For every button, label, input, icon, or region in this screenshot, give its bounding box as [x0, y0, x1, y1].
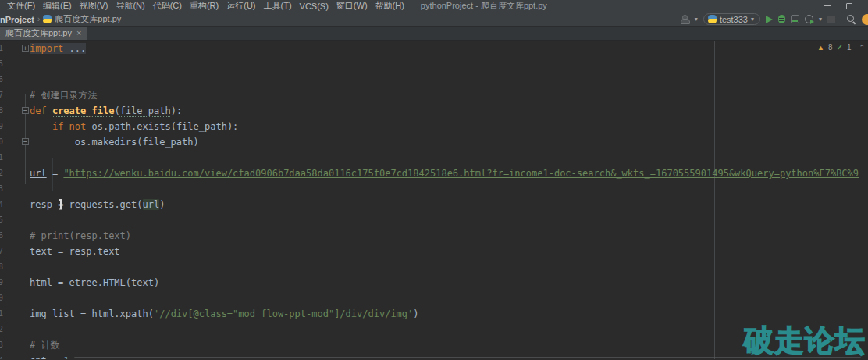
code-line[interactable]: 8−def create_file(file_path):	[0, 103, 868, 119]
code-token: =	[58, 197, 63, 212]
tab-file[interactable]: 爬百度文库ppt.py ×	[0, 26, 87, 40]
horizontal-scrollbar[interactable]	[74, 357, 861, 358]
code-line[interactable]: 11	[0, 150, 868, 166]
code-text: text = resp.text	[30, 244, 868, 259]
fold-expand-icon[interactable]: +	[22, 45, 29, 52]
gutter-fold-column	[5, 244, 30, 259]
menu-vcs[interactable]: VCS(S)	[296, 2, 333, 11]
watermark-text: 破走论坛	[744, 321, 866, 359]
code-text: img_list = html.xpath('//div[@class="mod…	[30, 306, 868, 322]
code-line[interactable]: 20	[0, 290, 868, 306]
code-line[interactable]: 9 if not os.path.exists(file_path):	[0, 119, 868, 134]
menu-run[interactable]: 运行(U)	[222, 0, 259, 12]
restore-button[interactable]	[838, 0, 860, 12]
navigation-bar: nProject › 爬百度文库ppt.py ▾ test333 ▾ ▾	[0, 12, 868, 27]
gutter-fold-column	[5, 166, 30, 181]
code-token: ...	[63, 43, 86, 54]
code-editor[interactable]: 1+import ...567# 创建目录方法8−def create_file…	[0, 41, 868, 359]
tab-label: 爬百度文库ppt.py	[5, 27, 72, 39]
code-text	[30, 181, 868, 197]
code-line[interactable]: 18	[0, 259, 868, 275]
profiler-dropdown-icon[interactable]: ▾	[819, 16, 822, 23]
code-line[interactable]: 21img_list = html.xpath('//div[@class="m…	[0, 306, 868, 322]
menu-code[interactable]: 代码(C)	[149, 0, 186, 12]
code-token: html = etree.HTML(text)	[30, 277, 159, 288]
run-with-coverage-button[interactable]	[791, 15, 799, 23]
editor-tab-bar: 爬百度文库ppt.py ×	[0, 27, 868, 41]
code-text	[30, 322, 868, 337]
code-line[interactable]: 6	[0, 72, 868, 87]
code-token: # 计数	[30, 340, 59, 351]
gutter-fold-column	[5, 306, 30, 322]
typo-ok-icon: ✓	[837, 43, 843, 52]
code-line[interactable]: 16# print(resp.text)	[0, 228, 868, 244]
code-line[interactable]: 15	[0, 212, 868, 228]
menu-tools[interactable]: 工具(T)	[260, 0, 296, 12]
menu-window[interactable]: 窗口(W)	[333, 0, 372, 12]
menu-edit[interactable]: 编辑(E)	[39, 0, 76, 12]
tab-close-icon[interactable]: ×	[76, 29, 81, 37]
gutter-fold-column	[5, 275, 30, 290]
menu-help[interactable]: 帮助(H)	[372, 0, 408, 12]
inspections-widget[interactable]: ▲ 8 ✓ 1 ⌃	[817, 43, 865, 52]
code-text	[30, 212, 868, 228]
code-line[interactable]: 19html = etree.HTML(text)	[0, 275, 868, 290]
debug-button[interactable]	[778, 15, 785, 23]
code-with-me-icon[interactable]	[680, 15, 689, 24]
code-line[interactable]: 23# 计数	[0, 337, 868, 353]
code-line[interactable]: 17text = resp.text	[0, 244, 868, 259]
gutter-fold-column	[5, 56, 30, 72]
code-token: if	[52, 121, 63, 132]
typo-count: 1	[847, 43, 852, 52]
code-token: os.path.exists(file_path):	[86, 121, 238, 132]
breadcrumb-file[interactable]: 爬百度文库ppt.py	[55, 13, 121, 25]
run-button[interactable]	[766, 16, 773, 23]
code-line[interactable]: 7# 创建目录方法	[0, 87, 868, 103]
warning-icon: ▲	[817, 44, 824, 52]
gutter-fold-column	[5, 197, 30, 212]
code-text: if not os.path.exists(file_path):	[30, 119, 868, 134]
inspections-collapse-icon[interactable]: ⌃	[859, 44, 865, 52]
code-line[interactable]: 12url = "https://wenku.baidu.com/view/cf…	[0, 166, 868, 181]
code-with-me-dropdown-icon[interactable]: ▾	[695, 16, 698, 23]
code-text	[30, 259, 868, 275]
code-lines: 1+import ...567# 创建目录方法8−def create_file…	[0, 41, 868, 359]
stop-button	[827, 16, 835, 23]
menu-file[interactable]: 文件(F)	[3, 0, 39, 12]
search-everywhere-icon[interactable]	[847, 15, 856, 24]
code-line[interactable]: 10− os.makedirs(file_path)	[0, 134, 868, 150]
profiler-button[interactable]	[805, 15, 813, 23]
update-indicator-icon[interactable]	[862, 14, 868, 25]
fold-collapse-icon[interactable]: −	[22, 107, 29, 114]
gutter-fold-column	[5, 87, 30, 103]
menu-navigate[interactable]: 导航(N)	[112, 0, 148, 12]
fold-collapse-icon[interactable]: −	[22, 138, 29, 145]
run-configuration-select[interactable]: test333 ▾	[703, 13, 760, 25]
window-title: pythonProject - 爬百度文库ppt.py	[421, 0, 547, 12]
code-token: img_list = html.xpath(	[30, 308, 154, 319]
code-token	[63, 121, 69, 132]
code-token: # print(resp.text)	[30, 230, 131, 241]
menu-view[interactable]: 视图(V)	[76, 0, 112, 12]
code-text: # print(resp.text)	[30, 228, 868, 244]
code-token: create_file	[52, 105, 114, 116]
gutter-fold-column	[5, 290, 30, 306]
code-line[interactable]: 1+import ...	[0, 41, 868, 56]
code-text	[30, 72, 868, 87]
gutter-fold-column	[5, 119, 30, 134]
breadcrumb-project[interactable]: nProject	[0, 15, 34, 24]
restore-icon	[846, 3, 852, 9]
code-text: import ...	[30, 41, 868, 56]
code-line[interactable]: 13	[0, 181, 868, 197]
gutter-fold-column	[5, 337, 30, 353]
code-token: cnt =	[30, 355, 63, 359]
run-config-dropdown-icon: ▾	[751, 16, 754, 23]
minimize-button[interactable]	[816, 0, 838, 12]
code-text: url = "https://wenku.baidu.com/view/cfad…	[30, 166, 868, 181]
code-token: import	[30, 43, 63, 54]
code-line[interactable]: 14resp = requests.get(url)	[0, 197, 868, 212]
menu-refactor[interactable]: 重构(R)	[186, 0, 222, 12]
code-line[interactable]: 22	[0, 322, 868, 337]
code-line[interactable]: 5	[0, 56, 868, 72]
breadcrumb: nProject › 爬百度文库ppt.py	[0, 13, 121, 25]
